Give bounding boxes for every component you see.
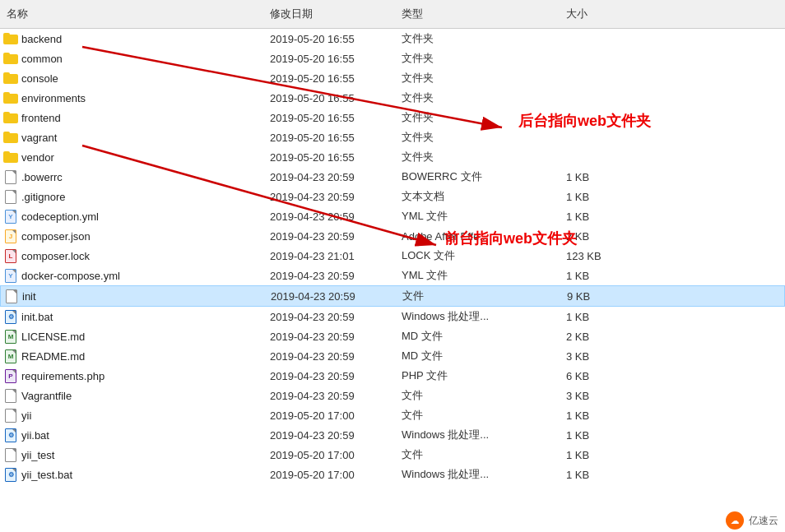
type-cell: 文件夹	[395, 90, 560, 106]
size-cell: 3 KB	[560, 349, 642, 363]
type-cell: 文件夹	[395, 109, 560, 126]
size-cell: 6 KB	[560, 369, 642, 383]
file-icon	[4, 289, 19, 303]
table-row[interactable]: environments 2019-05-20 16:55 文件夹	[0, 88, 785, 108]
table-row[interactable]: Vagrantfile 2019-04-23 20:59 文件 3 KB	[0, 386, 785, 405]
name-cell: console	[0, 70, 263, 86]
modified-cell: 2019-04-23 20:59	[263, 428, 395, 442]
type-cell: 文件	[395, 387, 560, 404]
file-name: console	[21, 72, 58, 85]
table-row[interactable]: console 2019-05-20 16:55 文件夹	[0, 68, 785, 88]
table-row[interactable]: Y codeception.yml 2019-04-23 20:59 YML 文…	[0, 206, 785, 226]
file-name: environments	[21, 92, 86, 104]
file-name: composer.json	[21, 230, 91, 243]
table-row[interactable]: .gitignore 2019-04-23 20:59 文本文档 1 KB	[0, 187, 785, 206]
table-row[interactable]: .bowerrc 2019-04-23 20:59 BOWERRC 文件 1 K…	[0, 167, 785, 187]
bottom-bar: ☁ 亿速云	[620, 509, 785, 532]
name-cell: backend	[0, 30, 263, 47]
type-cell: 文件	[396, 288, 560, 304]
file-name: codeception.yml	[21, 210, 99, 223]
logo-icon: ☁	[726, 511, 744, 530]
modified-cell: 2019-05-20 17:00	[263, 448, 395, 462]
table-row[interactable]: J composer.json 2019-04-23 20:59 Adobe A…	[0, 226, 785, 246]
size-cell	[560, 117, 642, 118]
table-row[interactable]: M README.md 2019-04-23 20:59 MD 文件 3 KB	[0, 346, 785, 366]
modified-cell: 2019-05-20 16:55	[263, 131, 395, 145]
md-icon: M	[3, 349, 18, 363]
modified-cell: 2019-04-23 20:59	[263, 349, 395, 363]
php-icon: P	[3, 368, 18, 383]
size-cell	[560, 77, 642, 79]
yml-icon: Y	[3, 268, 18, 283]
name-cell: frontend	[0, 109, 263, 126]
modified-cell: 2019-04-23 20:59	[263, 389, 395, 403]
table-row[interactable]: yii_test 2019-05-20 17:00 文件 1 KB	[0, 445, 785, 465]
table-row[interactable]: ⚙ yii_test.bat 2019-05-20 17:00 Windows …	[0, 465, 785, 484]
file-name: docker-compose.yml	[21, 270, 120, 282]
md-icon: M	[3, 329, 18, 344]
file-icon	[3, 169, 18, 184]
modified-cell: 2019-04-23 20:59	[263, 229, 395, 243]
size-cell: 1 KB	[560, 190, 642, 204]
file-name: .gitignore	[21, 191, 65, 203]
table-row[interactable]: common 2019-05-20 16:55 文件夹	[0, 49, 785, 68]
modified-cell: 2019-05-20 16:55	[263, 52, 395, 66]
type-cell: MD 文件	[395, 328, 560, 345]
modified-cell: 2019-04-23 20:59	[263, 210, 395, 224]
file-name: LICENSE.md	[21, 331, 85, 343]
modified-cell: 2019-04-23 20:59	[263, 269, 395, 283]
name-cell: J composer.json	[0, 228, 263, 244]
table-row[interactable]: P requirements.php 2019-04-23 20:59 PHP …	[0, 366, 785, 386]
name-cell: .bowerrc	[0, 169, 263, 185]
table-row[interactable]: frontend 2019-05-20 16:55 文件夹	[0, 108, 785, 127]
table-row[interactable]: ⚙ init.bat 2019-04-23 20:59 Windows 批处理.…	[0, 307, 785, 326]
modified-cell: 2019-04-23 21:01	[263, 249, 395, 263]
file-name: backend	[21, 33, 62, 45]
size-cell: 9 KB	[560, 289, 643, 303]
table-row[interactable]: vendor 2019-05-20 16:55 文件夹	[0, 147, 785, 167]
name-cell: ⚙ init.bat	[0, 308, 263, 325]
type-cell: MD 文件	[395, 348, 560, 364]
size-cell: 1 KB	[560, 468, 642, 482]
type-cell: PHP 文件	[395, 368, 560, 384]
table-row[interactable]: M LICENSE.md 2019-04-23 20:59 MD 文件 2 KB	[0, 326, 785, 346]
folder-icon	[3, 150, 18, 164]
type-cell: Adobe After Effe...	[395, 229, 560, 243]
table-row[interactable]: backend 2019-05-20 16:55 文件夹	[0, 29, 785, 49]
table-row[interactable]: vagrant 2019-05-20 16:55 文件夹	[0, 127, 785, 147]
table-row[interactable]: L composer.lock 2019-04-23 21:01 LOCK 文件…	[0, 246, 785, 266]
modified-cell: 2019-05-20 16:55	[263, 150, 395, 164]
bat-icon: ⚙	[3, 467, 18, 482]
size-cell	[560, 97, 642, 99]
file-name: yii_test	[21, 449, 54, 461]
type-cell: Windows 批处理...	[395, 466, 560, 483]
modified-cell: 2019-04-23 20:59	[263, 310, 395, 324]
table-row[interactable]: Y docker-compose.yml 2019-04-23 20:59 YM…	[0, 266, 785, 285]
name-cell: M LICENSE.md	[0, 328, 263, 345]
modified-cell: 2019-04-23 20:59	[263, 190, 395, 204]
file-name: .bowerrc	[21, 171, 63, 183]
name-cell: environments	[0, 90, 263, 106]
name-cell: Y docker-compose.yml	[0, 267, 263, 284]
table-row[interactable]: ⚙ yii.bat 2019-04-23 20:59 Windows 批处理..…	[0, 425, 785, 445]
table-row[interactable]: init 2019-04-23 20:59 文件 9 KB	[0, 285, 785, 307]
file-name: README.md	[21, 350, 85, 363]
modified-cell: 2019-05-20 17:00	[263, 468, 395, 482]
file-name: composer.lock	[21, 250, 90, 262]
type-cell: YML 文件	[395, 267, 560, 284]
name-cell: yii	[0, 407, 263, 423]
name-cell: ⚙ yii_test.bat	[0, 466, 263, 483]
folder-icon	[3, 130, 18, 145]
size-cell	[560, 38, 642, 39]
type-cell: 文件夹	[395, 50, 560, 67]
name-cell: P requirements.php	[0, 368, 263, 384]
type-cell: 文件夹	[395, 30, 560, 47]
table-row[interactable]: yii 2019-05-20 17:00 文件 1 KB	[0, 405, 785, 425]
size-cell: 1 KB	[560, 409, 642, 423]
type-cell: 文件夹	[395, 70, 560, 86]
folder-icon	[3, 31, 18, 46]
file-name: yii.bat	[21, 429, 49, 442]
size-cell	[560, 58, 642, 59]
file-explorer: 名称 修改日期 类型 大小 backend 2019-05-20 16:55 文…	[0, 0, 785, 532]
logo-text: 亿速云	[749, 514, 778, 528]
